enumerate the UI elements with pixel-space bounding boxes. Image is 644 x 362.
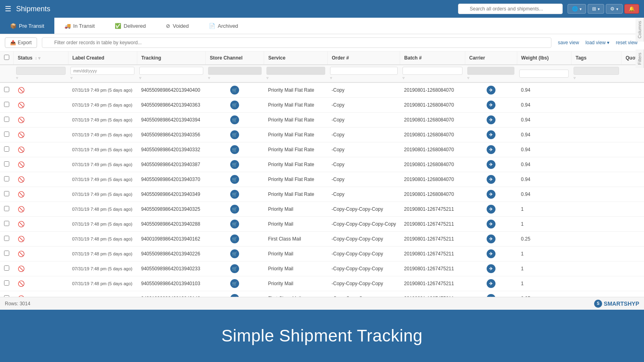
select-all-checkbox[interactable] — [4, 55, 9, 60]
load-view-button[interactable]: load view ▾ — [584, 39, 611, 46]
filter-tags-btn[interactable]: ▿ — [574, 76, 576, 80]
row-checkbox-cell[interactable] — [0, 291, 14, 297]
filter-order-cell: ▿ — [328, 65, 400, 82]
row-status: 🚫 — [14, 128, 68, 142]
status-filter-icon[interactable]: ▿ — [38, 56, 40, 60]
select-all-header[interactable] — [0, 51, 14, 65]
row-checkbox-cell[interactable] — [0, 157, 14, 172]
row-checkbox-cell[interactable] — [0, 276, 14, 291]
row-checkbox-cell[interactable] — [0, 232, 14, 247]
row-checkbox[interactable] — [4, 221, 9, 226]
row-tracking: 9405509898642013940400 — [137, 82, 205, 98]
row-checkbox-cell[interactable] — [0, 113, 14, 128]
filter-service-input[interactable] — [266, 67, 325, 75]
row-order-num: -Copy — [328, 157, 400, 172]
settings-button[interactable]: ⚙ ▾ — [606, 4, 623, 14]
row-service: Priority Mail Flat Rate — [264, 172, 328, 187]
filter-search-input[interactable] — [42, 37, 551, 48]
row-checkbox[interactable] — [4, 132, 9, 137]
row-checkbox[interactable] — [4, 117, 9, 122]
row-checkbox[interactable] — [4, 161, 9, 167]
row-carrier: ✈ — [465, 187, 517, 202]
app-title: Shipments — [16, 5, 453, 13]
row-carrier: ✈ — [465, 172, 517, 187]
filter-order-btn[interactable]: ▿ — [330, 76, 332, 80]
columns-side-label[interactable]: Columns — [636, 18, 644, 41]
row-label-created: 07/31/19 7:48 pm (5 days ago) — [68, 202, 137, 217]
row-batch-num: 20190801-1267475211 — [400, 247, 465, 261]
filter-tracking-btn[interactable]: ▿ — [139, 76, 141, 80]
grid-button[interactable]: ⊞ ▾ — [588, 4, 604, 14]
row-checkbox[interactable] — [4, 251, 9, 256]
filter-weight-input[interactable] — [519, 70, 569, 78]
row-checkbox-cell[interactable] — [0, 261, 14, 276]
row-checkbox-cell[interactable] — [0, 142, 14, 157]
filter-carrier-btn[interactable]: ▿ — [467, 76, 469, 80]
row-checkbox[interactable] — [4, 191, 9, 196]
row-checkbox[interactable] — [4, 102, 9, 107]
tab-pre-transit[interactable]: 📦 Pre Transit — [0, 18, 54, 34]
filter-store-channel-input[interactable] — [208, 67, 262, 75]
row-checkbox-cell[interactable] — [0, 202, 14, 217]
row-checkbox[interactable] — [4, 265, 9, 271]
table-row: 🚫 07/31/19 7:49 pm (5 days ago) 94055098… — [0, 82, 644, 98]
save-view-button[interactable]: save view — [556, 39, 581, 46]
row-tags — [571, 291, 621, 297]
row-checkbox[interactable] — [4, 176, 9, 181]
shipments-table: Status ↕ ▿ Label Created Tracking Store … — [0, 51, 644, 297]
row-checkbox-cell[interactable] — [0, 187, 14, 202]
row-label-created: 07/31/19 7:49 pm (5 days ago) — [68, 172, 137, 187]
side-labels: Columns Filters — [636, 18, 644, 68]
row-service: Priority Mail Flat Rate — [264, 113, 328, 128]
navbar-search-input[interactable] — [458, 4, 563, 14]
row-checkbox-cell[interactable] — [0, 247, 14, 261]
filter-label-created-input[interactable] — [70, 67, 134, 75]
status-sort-icon[interactable]: ↕ — [35, 56, 37, 60]
row-checkbox[interactable] — [4, 236, 9, 241]
row-checkbox-cell[interactable] — [0, 128, 14, 142]
row-tags — [571, 217, 621, 232]
filter-status-input[interactable] — [16, 67, 66, 75]
row-quote — [621, 232, 644, 247]
store-channel-icon: 🛒 — [230, 220, 239, 228]
tab-in-transit[interactable]: 🚚 In Transit — [54, 18, 105, 34]
row-checkbox[interactable] — [4, 87, 9, 92]
row-batch-num: 20190801-1268084070 — [400, 157, 465, 172]
carrier-icon: ✈ — [487, 160, 495, 169]
filters-side-label[interactable]: Filters — [636, 49, 644, 68]
tab-delivered[interactable]: ✅ Delivered — [105, 18, 156, 34]
row-checkbox-cell[interactable] — [0, 98, 14, 113]
row-service: Priority Mail Flat Rate — [264, 128, 328, 142]
row-checkbox-cell[interactable] — [0, 82, 14, 98]
row-batch-num: 20190801-1267475211 — [400, 232, 465, 247]
notifications-button[interactable]: 🔔 — [624, 4, 639, 14]
filter-status-btn[interactable]: ▿ — [16, 76, 18, 80]
row-checkbox-cell[interactable] — [0, 217, 14, 232]
row-checkbox[interactable] — [4, 206, 9, 211]
filter-label-created-cell: ▿ — [68, 65, 137, 82]
menu-icon[interactable]: ☰ — [5, 4, 11, 13]
filter-batch-btn[interactable]: ▿ — [402, 76, 405, 80]
filter-tags-input[interactable] — [574, 67, 619, 75]
filter-carrier-input[interactable] — [467, 67, 514, 75]
tab-voided[interactable]: ⊘ Voided — [156, 18, 199, 34]
row-checkbox[interactable] — [4, 146, 9, 152]
row-checkbox-cell[interactable] — [0, 172, 14, 187]
col-batch-num: Batch # — [400, 51, 465, 65]
in-transit-label: In Transit — [73, 23, 95, 29]
export-button[interactable]: 📤 Export — [5, 37, 37, 48]
filter-batch-input[interactable] — [402, 67, 462, 75]
filter-store-btn[interactable]: ▿ — [208, 76, 210, 80]
filter-order-input[interactable] — [330, 67, 398, 75]
filter-service-btn[interactable]: ▿ — [266, 76, 268, 80]
row-tracking: 9405509898642013940332 — [137, 142, 205, 157]
tab-archived[interactable]: 📄 Archived — [199, 18, 248, 34]
row-status: 🚫 — [14, 142, 68, 157]
globe-button[interactable]: 🌐 ▾ — [568, 4, 586, 14]
row-checkbox[interactable] — [4, 280, 9, 286]
navbar-icons: 🌐 ▾ ⊞ ▾ ⚙ ▾ 🔔 — [568, 4, 639, 14]
filter-label-created-btn[interactable]: ▿ — [70, 76, 72, 80]
filter-search-wrap: 🔍 — [42, 37, 551, 48]
carrier-icon: ✈ — [487, 205, 495, 214]
filter-tracking-input[interactable] — [139, 67, 203, 75]
